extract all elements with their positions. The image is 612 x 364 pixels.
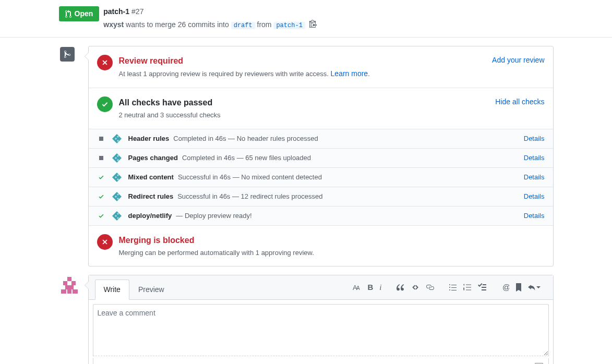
- base-branch[interactable]: draft: [231, 22, 255, 29]
- details-link[interactable]: Details: [524, 172, 545, 183]
- pr-number: #27: [131, 6, 143, 17]
- heading-icon[interactable]: AA: [351, 280, 363, 296]
- hide-checks-link[interactable]: Hide all checks: [495, 98, 544, 106]
- netlify-icon: [112, 191, 122, 202]
- git-pull-request-icon: [65, 10, 73, 18]
- svg-rect-1: [67, 277, 71, 281]
- code-icon[interactable]: [409, 281, 422, 294]
- svg-text:@: @: [502, 283, 509, 292]
- task-list-icon[interactable]: [476, 281, 488, 294]
- learn-more-link[interactable]: Learn more: [331, 69, 368, 78]
- svg-rect-3: [71, 281, 76, 285]
- git-merge-icon: [63, 50, 71, 58]
- check-icon: [97, 213, 105, 219]
- bold-icon[interactable]: B: [365, 280, 375, 296]
- head-branch[interactable]: patch-1: [273, 22, 305, 29]
- check-desc: Completed in 46s — 65 new files uploaded: [182, 154, 311, 162]
- tab-preview[interactable]: Preview: [129, 280, 173, 300]
- review-subtext: At least 1 approving review is required …: [119, 68, 486, 79]
- neutral-icon: [97, 137, 105, 141]
- check-row: Header rulesCompleted in 46s — No header…: [89, 129, 553, 149]
- ordered-list-icon[interactable]: [461, 281, 474, 294]
- attach-label: Attach files by dragging & dropping, sel…: [99, 361, 285, 364]
- check-name: Redirect rules: [128, 192, 174, 200]
- details-link[interactable]: Details: [524, 153, 545, 163]
- merge-status-box: Review required At least 1 approving rev…: [88, 46, 554, 266]
- check-row: Pages changedCompleted in 46s — 65 new f…: [89, 149, 553, 168]
- copy-icon[interactable]: [309, 19, 317, 31]
- unordered-list-icon[interactable]: [447, 281, 459, 294]
- netlify-icon: [112, 153, 122, 163]
- italic-icon[interactable]: i: [377, 280, 383, 296]
- svg-rect-6: [73, 289, 78, 294]
- details-link[interactable]: Details: [524, 191, 545, 202]
- check-row: Redirect rulesSuccessful in 46s — 12 red…: [89, 187, 553, 207]
- pr-meta: wxyst wants to merge 26 commits into dra…: [103, 19, 316, 31]
- check-icon: [97, 174, 105, 180]
- mention-icon[interactable]: @: [499, 281, 511, 294]
- check-row: Mixed contentSuccessful in 46s — No mixe…: [89, 168, 553, 187]
- quote-icon[interactable]: [394, 281, 407, 294]
- pr-title: patch-1: [103, 6, 129, 17]
- x-status-icon: [97, 234, 113, 250]
- reply-icon[interactable]: [526, 281, 543, 294]
- saved-reply-icon[interactable]: [513, 281, 524, 294]
- netlify-icon: [112, 134, 122, 144]
- check-row: deploy/netlify— Deploy preview ready!Det…: [89, 207, 553, 226]
- details-link[interactable]: Details: [524, 134, 545, 144]
- review-required-section: Review required At least 1 approving rev…: [89, 46, 553, 88]
- user-avatar[interactable]: [59, 275, 80, 296]
- svg-rect-7: [67, 289, 71, 294]
- check-name: deploy/netlify: [128, 212, 172, 220]
- blocked-subtext: Merging can be performed automatically w…: [119, 248, 545, 258]
- check-icon: [97, 193, 105, 200]
- check-name: Mixed content: [128, 173, 174, 181]
- pr-header: Open patch-1 #27 wxyst wants to merge 26…: [59, 6, 554, 31]
- add-review-link[interactable]: Add your review: [492, 56, 544, 64]
- merging-blocked-section: Merging is blocked Merging can be perfor…: [89, 226, 553, 266]
- check-desc: Successful in 46s — No mixed content det…: [178, 173, 322, 181]
- check-desc: Successful in 46s — 12 redirect rules pr…: [177, 192, 322, 200]
- x-status-icon: [97, 55, 113, 70]
- svg-rect-4: [65, 285, 74, 289]
- markdown-icon[interactable]: [535, 361, 543, 364]
- checks-summary-section: All checks have passed 2 neutral and 3 s…: [89, 88, 553, 129]
- check-name: Header rules: [128, 135, 170, 142]
- svg-text:A: A: [356, 285, 360, 291]
- checks-subtext: 2 neutral and 3 successful checks: [119, 110, 489, 120]
- attach-bar[interactable]: Attach files by dragging & dropping, sel…: [93, 358, 549, 364]
- review-heading: Review required: [119, 55, 486, 67]
- check-desc: — Deploy preview ready!: [176, 212, 251, 220]
- svg-rect-5: [61, 289, 66, 294]
- comment-header: Write Preview AA B i: [89, 275, 553, 300]
- svg-rect-2: [63, 281, 67, 285]
- netlify-icon: [112, 211, 122, 221]
- details-link[interactable]: Details: [524, 211, 545, 221]
- check-desc: Completed in 46s — No header rules proce…: [173, 135, 318, 142]
- blocked-heading: Merging is blocked: [119, 234, 545, 247]
- state-badge-open: Open: [59, 6, 100, 21]
- tab-write[interactable]: Write: [95, 280, 129, 300]
- merge-badge: [59, 46, 76, 63]
- checks-list: Header rulesCompleted in 46s — No header…: [89, 129, 553, 226]
- state-label: Open: [75, 8, 93, 19]
- comment-box: Write Preview AA B i: [88, 275, 554, 364]
- checks-heading: All checks have passed: [119, 96, 489, 109]
- link-icon[interactable]: [424, 281, 436, 294]
- comment-toolbar: AA B i @: [344, 277, 548, 298]
- pr-author[interactable]: wxyst: [103, 20, 124, 29]
- netlify-icon: [112, 172, 122, 183]
- check-name: Pages changed: [128, 154, 178, 162]
- comment-textarea[interactable]: [93, 304, 549, 356]
- neutral-icon: [97, 156, 105, 160]
- check-status-icon: [97, 96, 113, 112]
